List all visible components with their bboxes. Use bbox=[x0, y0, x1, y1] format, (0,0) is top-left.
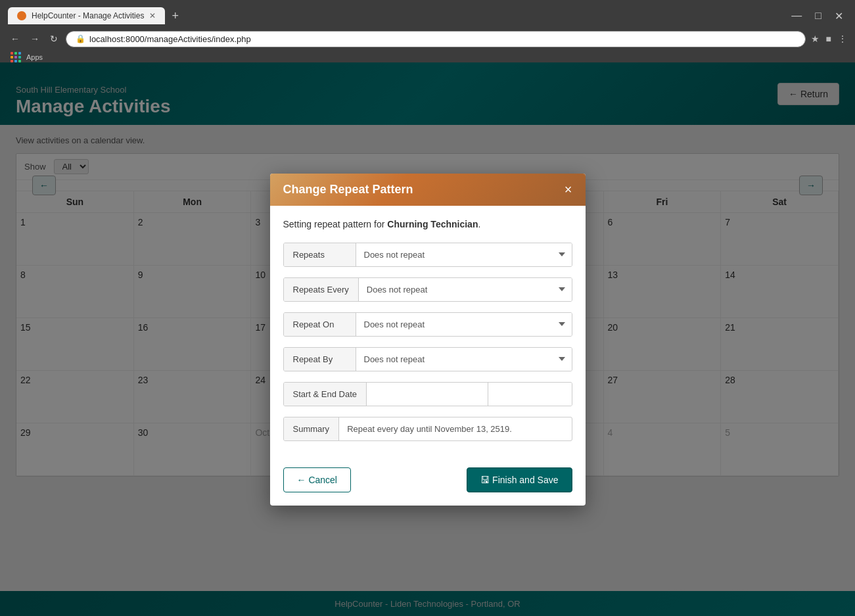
repeats-every-label: Repeats Every bbox=[284, 278, 359, 301]
repeat-by-label: Repeat By bbox=[284, 348, 356, 371]
repeat-on-select[interactable]: Does not repeat bbox=[356, 313, 572, 336]
repeat-on-label: Repeat On bbox=[284, 313, 356, 336]
finish-save-button[interactable]: 🖫 Finish and Save bbox=[467, 467, 572, 492]
modal-dialog: Change Repeat Pattern × Setting repeat p… bbox=[270, 174, 586, 506]
end-date-input[interactable] bbox=[488, 383, 572, 406]
active-tab[interactable]: HelpCounter - Manage Activities ✕ bbox=[8, 7, 165, 24]
repeats-every-select[interactable]: Does not repeat bbox=[359, 278, 572, 301]
star-icon[interactable]: ★ bbox=[811, 34, 820, 44]
modal-overlay: Change Repeat Pattern × Setting repeat p… bbox=[0, 62, 855, 616]
repeat-by-row: Repeat By Does not repeat bbox=[283, 347, 572, 371]
minimize-button[interactable]: — bbox=[787, 9, 806, 24]
forward-button[interactable]: → bbox=[28, 32, 42, 45]
summary-label: Summary bbox=[284, 417, 340, 440]
tab-close-button[interactable]: ✕ bbox=[149, 11, 156, 20]
back-button[interactable]: ← bbox=[8, 32, 22, 45]
extension-icon[interactable]: ■ bbox=[826, 34, 831, 44]
apps-label: Apps bbox=[26, 53, 43, 61]
date-label: Start & End Date bbox=[284, 383, 367, 406]
apps-icon bbox=[11, 52, 21, 62]
modal-body: Setting repeat pattern for Churning Tech… bbox=[270, 206, 586, 467]
repeats-every-row: Repeats Every Does not repeat bbox=[283, 277, 572, 302]
new-tab-button[interactable]: + bbox=[168, 9, 183, 23]
modal-header: Change Repeat Pattern × bbox=[270, 174, 586, 206]
repeats-row: Repeats Does not repeat bbox=[283, 243, 572, 267]
apps-bookmark[interactable]: Apps bbox=[11, 52, 43, 62]
cancel-button[interactable]: ← Cancel bbox=[283, 467, 351, 492]
tab-favicon bbox=[17, 11, 26, 20]
address-bar[interactable]: 🔒 localhost:8000/manageActivities/index.… bbox=[66, 31, 806, 47]
maximize-button[interactable]: □ bbox=[811, 9, 825, 24]
modal-title: Change Repeat Pattern bbox=[283, 183, 413, 197]
lock-icon: 🔒 bbox=[76, 34, 85, 43]
modal-footer: ← Cancel 🖫 Finish and Save bbox=[270, 467, 586, 506]
url-text: localhost:8000/manageActivities/index.ph… bbox=[89, 34, 251, 44]
repeats-select[interactable]: Does not repeat bbox=[356, 243, 572, 266]
modal-close-button[interactable]: × bbox=[565, 183, 572, 196]
repeat-by-select[interactable]: Does not repeat bbox=[356, 348, 572, 371]
summary-row: Summary Repeat every day until November … bbox=[283, 417, 572, 441]
repeats-label: Repeats bbox=[284, 243, 356, 266]
summary-text: Repeat every day until November 13, 2519… bbox=[339, 417, 571, 440]
modal-description: Setting repeat pattern for Churning Tech… bbox=[283, 219, 572, 229]
repeat-on-row: Repeat On Does not repeat bbox=[283, 312, 572, 337]
date-row: Start & End Date bbox=[283, 382, 572, 406]
start-date-input[interactable] bbox=[367, 383, 488, 406]
menu-icon[interactable]: ⋮ bbox=[838, 34, 847, 44]
reload-button[interactable]: ↻ bbox=[47, 32, 60, 45]
close-window-button[interactable]: ✕ bbox=[831, 9, 847, 24]
tab-title: HelpCounter - Manage Activities bbox=[32, 11, 144, 20]
activity-name: Churning Technician bbox=[387, 219, 478, 229]
